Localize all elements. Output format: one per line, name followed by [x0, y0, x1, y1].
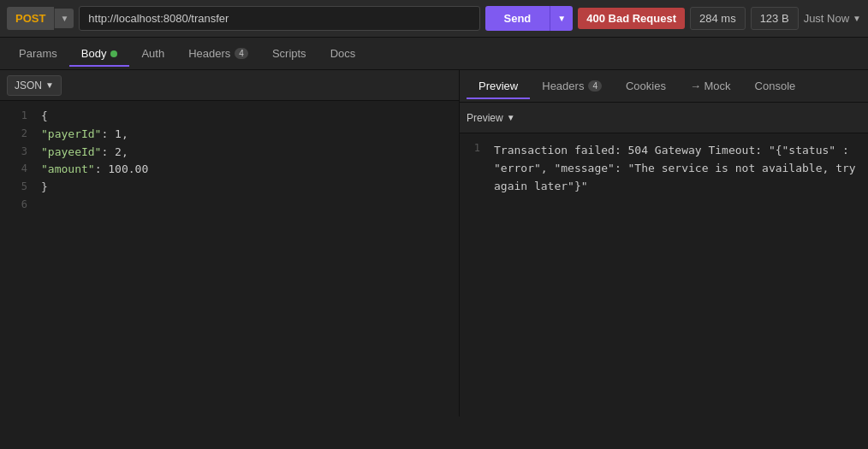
line-number: 6 [7, 197, 27, 213]
code-line: 5} [0, 179, 459, 197]
line-content: { [41, 108, 48, 126]
tab-preview[interactable]: Preview [467, 73, 530, 99]
response-line-number: 1 [467, 142, 480, 195]
json-text: : 1, [101, 127, 128, 140]
line-content: "amount": 100.00 [41, 161, 148, 179]
preview-label: Preview ▼ [467, 112, 515, 124]
timestamp: Just Now ▼ [804, 12, 861, 25]
send-button-group: Send ▼ [485, 6, 574, 31]
top-bar: POST ▼ Send ▼ 400 Bad Request 284 ms 123… [0, 0, 868, 38]
line-number: 2 [7, 126, 27, 142]
preview-sub-bar: Preview ▼ [460, 103, 868, 133]
line-content: "payerId": 1, [41, 126, 128, 144]
json-text: { [41, 109, 48, 122]
line-content: "payeeId": 2, [41, 144, 128, 162]
response-headers-badge: 4 [588, 80, 602, 92]
main-content: JSON ▼ 1{2 "payerId": 1,3 "payeeId": 2,4… [0, 70, 868, 417]
code-line: 4 "amount": 100.00 [0, 161, 459, 179]
tab-body[interactable]: Body [69, 40, 130, 67]
body-active-dot [110, 50, 117, 57]
response-body-text: Transaction failed: 504 Gateway Timeout:… [494, 142, 861, 195]
code-line: 1{ [0, 108, 459, 126]
tab-params[interactable]: Params [7, 40, 69, 67]
code-line: 6 [0, 197, 459, 213]
line-number: 1 [7, 108, 27, 124]
json-format-selector[interactable]: JSON ▼ [7, 75, 62, 96]
line-number: 3 [7, 144, 27, 160]
code-line: 2 "payerId": 1, [0, 126, 459, 144]
url-input[interactable] [79, 6, 479, 31]
tab-response-headers[interactable]: Headers 4 [530, 73, 614, 99]
tab-cookies[interactable]: Cookies [614, 73, 678, 99]
request-body-editor[interactable]: 1{2 "payerId": 1,3 "payeeId": 2,4 "amoun… [0, 101, 459, 220]
right-panel: Preview Headers 4 Cookies → Mock Console… [460, 70, 868, 417]
tab-docs[interactable]: Docs [318, 40, 368, 67]
response-tab-bar: Preview Headers 4 Cookies → Mock Console [460, 70, 868, 103]
tab-mock[interactable]: → Mock [678, 73, 743, 99]
tab-console[interactable]: Console [743, 73, 808, 99]
code-line: 3 "payeeId": 2, [0, 144, 459, 162]
json-key: "payeeId" [41, 145, 101, 158]
headers-badge: 4 [235, 48, 248, 59]
send-button[interactable]: Send [485, 6, 550, 31]
body-sub-bar: JSON ▼ [0, 70, 459, 101]
line-number: 4 [7, 161, 27, 177]
response-size: 123 B [751, 7, 799, 30]
json-text: : 100.00 [95, 162, 149, 175]
tab-auth[interactable]: Auth [129, 40, 176, 67]
line-number: 5 [7, 179, 27, 195]
tab-headers[interactable]: Headers 4 [176, 40, 260, 67]
tab-scripts[interactable]: Scripts [260, 40, 318, 67]
send-dropdown-button[interactable]: ▼ [550, 6, 573, 31]
request-tab-bar: Params Body Auth Headers 4 Scripts Docs [0, 38, 868, 70]
json-key: "payerId" [41, 127, 101, 140]
json-text: : 2, [101, 145, 128, 158]
method-button[interactable]: POST [7, 7, 54, 30]
left-panel: JSON ▼ 1{2 "payerId": 1,3 "payeeId": 2,4… [0, 70, 460, 417]
response-content: 1 Transaction failed: 504 Gateway Timeou… [460, 133, 868, 204]
json-text: } [41, 180, 48, 193]
status-badge: 400 Bad Request [578, 8, 685, 29]
method-selector: POST ▼ [7, 7, 74, 30]
method-dropdown-button[interactable]: ▼ [54, 9, 74, 28]
line-content: } [41, 179, 48, 197]
json-key: "amount" [41, 162, 95, 175]
response-time: 284 ms [690, 7, 746, 30]
